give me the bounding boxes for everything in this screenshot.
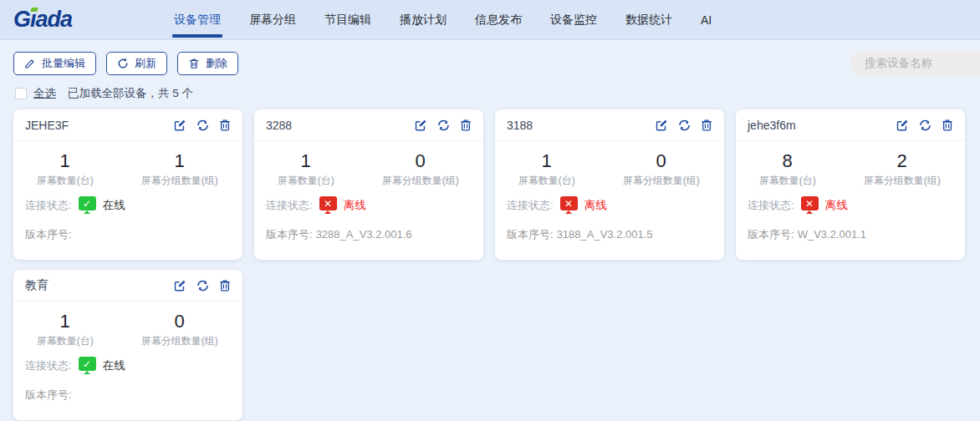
card-stats: 1 屏幕数量(台) 0 屏幕分组数量(组) [254,141,483,188]
device-card[interactable]: 教育 1 屏幕数量(台) 0 屏幕分组数量(组) [13,270,242,420]
tab-playback-schedule[interactable]: 播放计划 [400,0,447,39]
connection-status-icon [79,357,96,374]
tab-program-editing[interactable]: 节目编辑 [324,0,371,39]
trash-icon[interactable] [219,279,231,292]
device-name: 教育 [25,278,48,293]
group-count-value: 1 [116,150,242,172]
card-actions [173,119,231,132]
card-actions [414,119,472,132]
pencil-icon [24,58,36,69]
search-input[interactable] [850,50,980,76]
version-label: 版本序号: [748,228,794,241]
version-row: 版本序号:3188_A_V3.2.001.5 [495,227,724,242]
screen-count-value: 1 [13,150,116,172]
screen-count-label: 屏幕数量(台) [254,174,357,188]
selection-bar: 全选 已加载全部设备，共 5 个 [0,76,980,101]
version-label: 版本序号: [25,388,72,401]
connection-status-row: 连接状态: 离线 [254,196,483,214]
app-header: Gıada 设备管理 屏幕分组 节目编辑 播放计划 信息发布 设备监控 数据统计… [0,0,980,40]
group-count-value: 2 [839,150,965,172]
version-value: W_V3.2.001.1 [798,228,866,241]
card-header: 教育 [13,270,242,302]
refresh-icon[interactable] [436,119,451,132]
refresh-icon[interactable] [677,119,692,132]
screen-count-value: 1 [495,150,598,172]
version-label: 版本序号: [507,228,554,241]
tab-data-statistics[interactable]: 数据统计 [625,0,672,39]
version-value: 3288_A_V3.2.001.6 [316,228,412,241]
card-header: 3288 [254,109,483,141]
card-actions [173,279,231,292]
edit-icon[interactable] [173,119,186,132]
trash-icon[interactable] [701,119,712,131]
giada-logo: Gıada [13,7,174,33]
version-row: 版本序号:3288_A_V3.2.001.6 [254,227,483,242]
version-row: 版本序号:W_V3.2.001.1 [736,227,965,242]
device-card-grid: JEHE3F 1 屏幕数量(台) 1 屏幕分组数量(组) [0,101,980,420]
trash-icon [188,58,200,69]
batch-edit-label: 批量编辑 [42,56,85,71]
device-card[interactable]: JEHE3F 1 屏幕数量(台) 1 屏幕分组数量(组) [13,109,242,260]
connection-status-row: 连接状态: 离线 [736,196,965,214]
refresh-icon [117,58,129,69]
screen-count-label: 屏幕数量(台) [13,334,116,348]
refresh-icon[interactable] [196,279,210,292]
screen-count-value: 1 [254,150,357,172]
connection-status-label: 连接状态: [25,198,72,213]
card-actions [896,119,953,132]
trash-icon[interactable] [219,119,231,131]
group-count-label: 屏幕分组数量(组) [116,174,242,188]
tab-device-monitoring[interactable]: 设备监控 [550,0,597,39]
connection-status-icon [319,196,337,214]
edit-icon[interactable] [655,119,668,132]
edit-icon[interactable] [173,279,186,292]
loaded-devices-text: 已加载全部设备，共 5 个 [68,86,193,101]
connection-status-icon [801,196,819,214]
group-count-value: 0 [357,150,483,172]
main-nav: 设备管理 屏幕分组 节目编辑 播放计划 信息发布 设备监控 数据统计 AI [174,0,712,39]
group-count-label: 屏幕分组数量(组) [116,334,242,348]
card-actions [655,119,712,132]
tab-device-management[interactable]: 设备管理 [174,0,221,39]
card-header: JEHE3F [13,109,242,141]
tab-ai[interactable]: AI [701,0,712,39]
delete-button[interactable]: 删除 [177,52,238,75]
select-all-checkbox[interactable] [15,88,27,99]
group-count-label: 屏幕分组数量(组) [357,174,483,188]
refresh-icon[interactable] [196,119,210,132]
device-card[interactable]: jehe3f6m 8 屏幕数量(台) 2 屏幕分组数量(组) [736,109,965,260]
batch-edit-button[interactable]: 批量编辑 [13,52,96,75]
trash-icon[interactable] [942,119,953,131]
tab-screen-groups[interactable]: 屏幕分组 [249,0,296,39]
version-row: 版本序号: [13,388,242,403]
connection-status-row: 连接状态: 在线 [13,196,242,214]
card-header: jehe3f6m [736,109,965,141]
tab-info-publishing[interactable]: 信息发布 [475,0,522,39]
edit-icon[interactable] [896,119,909,132]
select-all-label[interactable]: 全选 [33,86,56,101]
card-stats: 1 屏幕数量(台) 1 屏幕分组数量(组) [13,141,242,188]
device-name: jehe3f6m [748,119,796,132]
version-label: 版本序号: [25,228,72,241]
refresh-button[interactable]: 刷新 [106,52,167,75]
connection-status-label: 连接状态: [266,198,313,213]
screen-count-label: 屏幕数量(台) [736,174,839,188]
card-stats: 1 屏幕数量(台) 0 屏幕分组数量(组) [495,141,724,188]
connection-status-icon [560,196,578,214]
card-stats: 8 屏幕数量(台) 2 屏幕分组数量(组) [736,141,965,188]
screen-count-value: 1 [13,311,116,332]
group-count-label: 屏幕分组数量(组) [598,174,724,188]
refresh-icon[interactable] [918,119,932,132]
device-card[interactable]: 3288 1 屏幕数量(台) 0 屏幕分组数量(组) [254,109,483,260]
connection-status-row: 连接状态: 在线 [13,357,242,374]
version-value: 3188_A_V3.2.001.5 [557,228,653,241]
connection-status-value: 在线 [103,358,125,373]
connection-status-label: 连接状态: [748,198,794,213]
device-card[interactable]: 3188 1 屏幕数量(台) 0 屏幕分组数量(组) [495,109,724,260]
toolbar: 批量编辑 刷新 删除 [0,40,980,76]
screen-count-label: 屏幕数量(台) [495,174,598,188]
trash-icon[interactable] [460,119,472,131]
device-name: 3188 [507,119,533,132]
edit-icon[interactable] [414,119,427,132]
connection-status-row: 连接状态: 离线 [495,196,724,214]
